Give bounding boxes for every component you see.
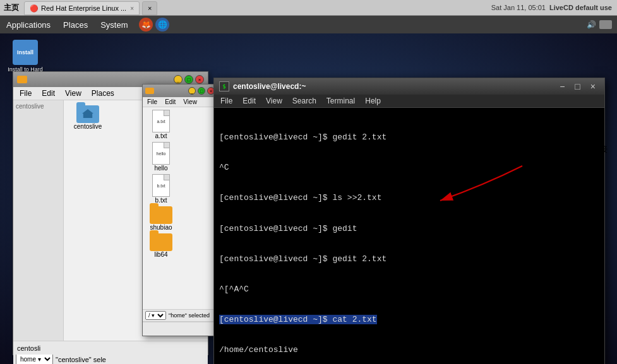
- livecd-user: LiveCD default use: [549, 4, 612, 11]
- browser-tab-favicon: 🔴: [30, 4, 39, 13]
- term-menu-help[interactable]: Help: [361, 96, 385, 106]
- selected-text: "centoslive" sele: [56, 356, 106, 363]
- annotation-box: 让记事本中的内容直接显示在命令行中: [525, 144, 608, 167]
- fm2-max[interactable]: □: [198, 87, 205, 95]
- fm2-statusbar: [143, 322, 217, 336]
- panel-left: Applications Places System 🦊 🌐: [0, 16, 169, 33]
- terminal-titlebar: $ centoslive@livecd:~ − □ ×: [214, 78, 604, 95]
- fm2-path-dropdown[interactable]: / ▾: [145, 311, 166, 320]
- maximize-button[interactable]: □: [184, 75, 193, 84]
- term-line-6: ^[^A^C: [219, 284, 599, 295]
- taskbar-right: Sat Jan 11, 05:01 LiveCD default use: [491, 4, 617, 11]
- term-line-highlight: [centoslive@livecd ~]$ cat 2.txt: [219, 314, 599, 326]
- browser-tab[interactable]: 🔴 Red Hat Enterprise Linux ... ×: [24, 1, 140, 15]
- term-menu-terminal[interactable]: Terminal: [323, 96, 359, 106]
- fm2-content: a.txt a.txt hello hello b.txt b.txt shub…: [143, 107, 217, 308]
- fm2-titlebar: _ □ ×: [143, 85, 217, 97]
- term-line-3: [centoslive@livecd ~]$ ls >>2.txt: [219, 192, 599, 204]
- fm2-hello-icon[interactable]: hello hello: [145, 142, 177, 172]
- volume-icon[interactable]: 🔊: [585, 19, 597, 30]
- fm2-menu-view[interactable]: View: [181, 98, 200, 106]
- panel-system-icons: 🔊: [585, 19, 612, 30]
- gnome-panel: Applications Places System 🦊 🌐 🔊: [0, 16, 617, 33]
- term-menu-search[interactable]: Search: [289, 96, 320, 106]
- fm2-selected-text: "home" selected: [169, 312, 210, 319]
- panel-menu-places[interactable]: Places: [57, 16, 94, 33]
- fm2-menubar: File Edit View: [143, 97, 217, 107]
- fm-home-label: centoslive: [74, 123, 102, 130]
- browser-tab-close[interactable]: ×: [130, 5, 134, 12]
- annotation-arrow: [421, 153, 535, 216]
- sidebar-label: centoslive: [16, 103, 61, 110]
- minimize-button[interactable]: _: [174, 75, 183, 84]
- panel-launchers: 🦊 🌐: [139, 18, 169, 32]
- browser-main-menu[interactable]: 主页: [0, 1, 23, 15]
- file-manager-icon-small: [17, 76, 27, 83]
- term-line-4: [centoslive@livecd ~]$ gedit: [219, 223, 599, 235]
- desktop-area: Install Install to Hard Drive centoslive: [0, 33, 617, 364]
- fm2-controls: _ □ ×: [188, 87, 215, 95]
- annotation-text: 让记事本中的内容直接显示在命令行中: [525, 144, 608, 165]
- file-manager-2-window: _ □ × File Edit View a.txt a.txt hello h…: [142, 84, 218, 336]
- install-icon: Install: [13, 40, 38, 65]
- terminal-icon: $: [219, 81, 229, 91]
- file-manager-controls: _ □ ×: [174, 75, 204, 84]
- menu-edit[interactable]: Edit: [38, 88, 59, 98]
- fm2-menu-file[interactable]: File: [145, 98, 160, 106]
- status-text: centosli: [17, 344, 40, 352]
- panel-menu-system[interactable]: System: [94, 16, 134, 33]
- menu-file[interactable]: File: [16, 88, 35, 98]
- network-icon[interactable]: [599, 20, 612, 29]
- fm2-min[interactable]: _: [188, 87, 196, 95]
- menu-view[interactable]: View: [61, 88, 85, 98]
- terminal-close[interactable]: ×: [587, 81, 599, 91]
- menu-places[interactable]: Places: [88, 88, 118, 98]
- terminal-title: centoslive@livecd:~: [233, 82, 306, 91]
- terminal-minimize[interactable]: −: [556, 81, 568, 91]
- fm2-atxt-icon[interactable]: a.txt a.txt: [145, 110, 177, 139]
- terminal-window: $ centoslive@livecd:~ − □ × File Edit Vi…: [213, 78, 605, 364]
- browser-tab-2-label: ×: [148, 4, 152, 12]
- term-highlight-text: [centoslive@livecd ~]$ cat 2.txt: [219, 315, 377, 324]
- term-line-8: /home/centoslive: [219, 344, 599, 356]
- firefox-icon[interactable]: 🦊: [139, 18, 153, 32]
- terminal-maximize[interactable]: □: [571, 81, 584, 91]
- file-manager-statusbar: centosli: [13, 341, 208, 355]
- close-button[interactable]: ×: [195, 75, 204, 84]
- fm2-toolbar: / ▾ "home" selected: [143, 309, 217, 322]
- file-manager-sidebar: centoslive: [13, 100, 64, 351]
- browser-tab-2[interactable]: ×: [142, 1, 157, 15]
- taskbar-left: 主页 🔴 Red Hat Enterprise Linux ... × ×: [0, 0, 491, 15]
- terminal-menubar: File Edit View Search Terminal Help: [214, 95, 604, 108]
- browser-taskbar: 主页 🔴 Red Hat Enterprise Linux ... × × Sa…: [0, 0, 617, 16]
- fm2-btxt-icon[interactable]: b.txt b.txt: [145, 174, 177, 204]
- terminal-controls: − □ ×: [556, 81, 599, 91]
- install-label: Install: [17, 49, 33, 56]
- desktop: 主页 🔴 Red Hat Enterprise Linux ... × × Sa…: [0, 0, 617, 364]
- fm2-menu-edit[interactable]: Edit: [162, 98, 178, 106]
- fm-home-icon[interactable]: centoslive: [69, 105, 107, 130]
- fm2-hello-label: hello: [154, 165, 167, 172]
- term-line-1: [centoslive@livecd ~]$ gedit 2.txt: [219, 132, 599, 143]
- term-menu-edit[interactable]: Edit: [239, 96, 260, 106]
- clock: Sat Jan 11, 05:01: [491, 4, 546, 11]
- fm2-icon: [145, 88, 154, 94]
- browser-tab-label: Red Hat Enterprise Linux ...: [41, 4, 126, 12]
- panel-right: 🔊: [585, 19, 617, 30]
- location-dropdown[interactable]: home ▾: [16, 354, 53, 364]
- panel-menu-applications[interactable]: Applications: [0, 16, 57, 33]
- fm2-atxt-label: a.txt: [155, 132, 167, 139]
- term-menu-view[interactable]: View: [262, 96, 286, 106]
- fm2-lib64-label: lib64: [154, 251, 167, 258]
- fm2-lib64-icon[interactable]: lib64: [145, 233, 177, 258]
- term-menu-file[interactable]: File: [217, 96, 236, 106]
- browser-icon[interactable]: 🌐: [155, 18, 169, 32]
- fm2-shubiao-icon[interactable]: shubiao: [145, 206, 177, 231]
- term-line-5: [centoslive@livecd ~]$ gedit 2.txt: [219, 254, 599, 265]
